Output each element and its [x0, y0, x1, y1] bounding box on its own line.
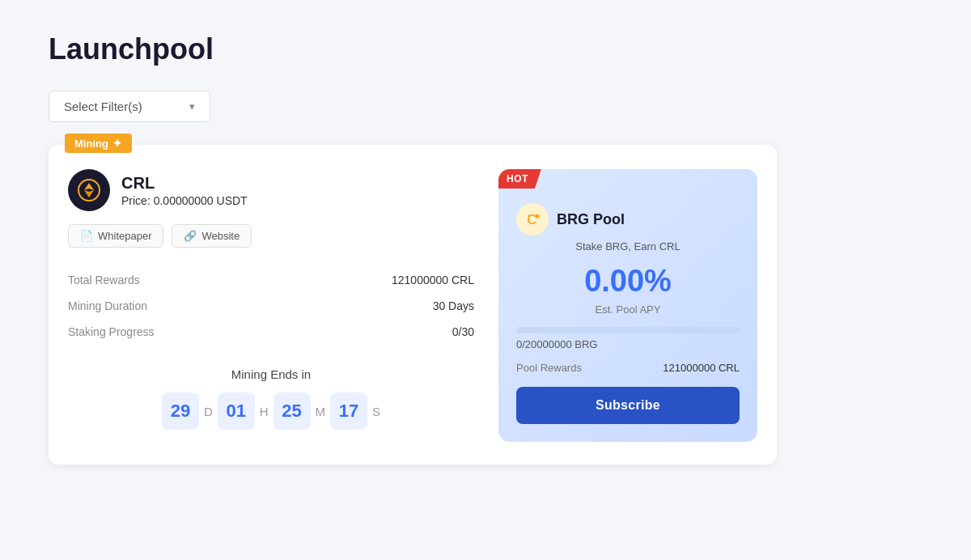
right-panel: HOT BRG Pool Stake BRG, Earn CRL 0.00% — [498, 169, 757, 442]
staking-progress-value: 0/30 — [452, 325, 474, 338]
whitepaper-button[interactable]: 📄 Whitepaper — [68, 224, 163, 248]
countdown: 29 D 01 H 25 M 17 S — [68, 392, 474, 430]
pool-card: HOT BRG Pool Stake BRG, Earn CRL 0.00% — [498, 169, 757, 442]
subscribe-button[interactable]: Subscribe — [516, 387, 740, 424]
whitepaper-label: Whitepaper — [98, 230, 151, 242]
pool-rewards-value: 121000000 CRL — [663, 362, 740, 374]
mining-ends-label: Mining Ends in — [68, 367, 474, 381]
coin-info: CRL Price: 0.00000000 USDT — [121, 174, 248, 207]
link-buttons: 📄 Whitepaper 🔗 Website — [68, 224, 474, 248]
sparkle-icon: ✦ — [112, 137, 122, 150]
total-rewards-value: 121000000 CRL — [392, 274, 474, 286]
coin-price: Price: 0.00000000 USDT — [121, 194, 248, 207]
mining-duration-label: Mining Duration — [68, 299, 147, 312]
stats-row-mining-duration: Mining Duration 30 Days — [68, 293, 474, 319]
pool-header: BRG Pool — [516, 203, 740, 235]
mining-badge-label: Mining — [74, 138, 108, 150]
stats-row-total-rewards: Total Rewards 121000000 CRL — [68, 267, 474, 293]
countdown-minutes-value: 25 — [273, 392, 311, 430]
website-button[interactable]: 🔗 Website — [172, 224, 252, 248]
countdown-days-value: 29 — [162, 392, 199, 430]
stats-table: Total Rewards 121000000 CRL Mining Durat… — [68, 267, 474, 345]
svg-point-1 — [522, 209, 543, 230]
svg-point-2 — [536, 214, 540, 218]
link-icon: 🔗 — [184, 230, 197, 242]
pool-logo — [516, 203, 549, 235]
stats-row-staking-progress: Staking Progress 0/30 — [68, 319, 474, 345]
mining-badge: Mining ✦ — [65, 134, 132, 153]
filter-bar: Select Filter(s) ▾ — [49, 91, 922, 122]
pool-stats-row: Pool Rewards 121000000 CRL — [516, 362, 740, 374]
countdown-seconds-value: 17 — [330, 392, 367, 430]
total-rewards-label: Total Rewards — [68, 274, 140, 286]
countdown-days-label: D — [204, 405, 213, 418]
website-label: Website — [201, 230, 240, 242]
coin-header: CRL Price: 0.00000000 USDT — [68, 169, 474, 211]
pool-rewards-label: Pool Rewards — [516, 362, 582, 374]
mining-ends-section: Mining Ends in 29 D 01 H 25 M 17 S — [68, 367, 474, 430]
pool-apy: 0.00% — [516, 264, 740, 299]
progress-bar-wrap — [516, 327, 740, 333]
pool-subtitle: Stake BRG, Earn CRL — [516, 240, 740, 252]
launchpool-card: Mining ✦ CRL Price: 0.00000000 USDT — [49, 145, 777, 465]
pool-apy-value: 0.00% — [516, 264, 740, 299]
svg-point-0 — [78, 180, 100, 201]
countdown-seconds-label: S — [372, 405, 380, 418]
hot-badge: HOT — [498, 169, 541, 189]
card-inner: CRL Price: 0.00000000 USDT 📄 Whitepaper … — [49, 145, 777, 465]
document-icon: 📄 — [80, 230, 93, 242]
countdown-hours-value: 01 — [218, 392, 255, 430]
filter-select[interactable]: Select Filter(s) ▾ — [49, 91, 210, 122]
filter-placeholder: Select Filter(s) — [64, 100, 142, 113]
countdown-hours-label: H — [260, 405, 269, 418]
chevron-down-icon: ▾ — [189, 100, 195, 112]
pool-name: BRG Pool — [557, 211, 625, 228]
countdown-minutes-label: M — [316, 405, 326, 418]
coin-logo — [68, 169, 110, 211]
coin-name: CRL — [121, 174, 248, 193]
progress-label: 0/20000000 BRG — [516, 338, 740, 350]
left-panel: CRL Price: 0.00000000 USDT 📄 Whitepaper … — [68, 169, 474, 430]
mining-duration-value: 30 Days — [433, 299, 474, 312]
staking-progress-label: Staking Progress — [68, 325, 155, 338]
page-title: Launchpool — [49, 32, 922, 66]
pool-apy-label: Est. Pool APY — [516, 303, 740, 316]
